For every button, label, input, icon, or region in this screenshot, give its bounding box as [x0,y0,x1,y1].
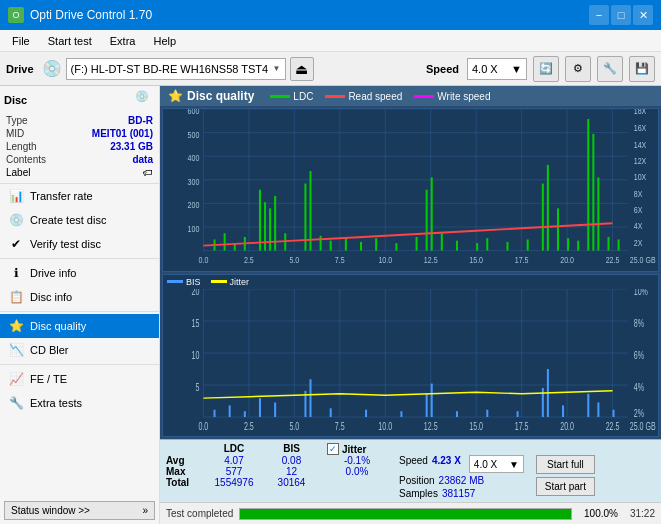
start-full-button[interactable]: Start full [536,455,595,474]
menu-help[interactable]: Help [145,33,184,49]
ldc-header: LDC [204,443,264,455]
disc-contents-value: data [132,154,153,165]
sidebar-item-fe-te[interactable]: 📈FE / TE [0,367,159,391]
svg-rect-62 [567,238,569,250]
speed-stat-label: Speed [399,455,428,473]
speed-stat-dropdown[interactable]: 4.0 X ▼ [469,455,524,473]
svg-text:10X: 10X [634,172,647,182]
bis-label: BIS [186,277,201,287]
svg-rect-50 [416,237,418,251]
nav-verify-test-disc-icon: ✔ [8,236,24,252]
progress-time: 31:22 [630,508,655,519]
tool-button[interactable]: 🔧 [597,56,623,82]
disc-panel: Disc 💿 Type BD-R MID MEIT01 (001) Length… [0,86,159,184]
svg-rect-119 [517,411,519,417]
svg-text:18X: 18X [634,109,647,116]
svg-text:5: 5 [195,381,199,393]
sidebar-item-verify-test-disc[interactable]: ✔Verify test disc [0,232,159,256]
speed-row: Speed 4.23 X 4.0 X ▼ [399,455,524,473]
nav-transfer-rate-icon: 📊 [8,188,24,204]
menu-extra[interactable]: Extra [102,33,144,49]
maximize-button[interactable]: □ [611,5,631,25]
minimize-button[interactable]: − [589,5,609,25]
avg-ldc: 4.07 [204,455,264,466]
sidebar-item-transfer-rate[interactable]: 📊Transfer rate [0,184,159,208]
speed-dropdown[interactable]: 4.0 X ▼ [467,58,527,80]
sidebar-item-extra-tests[interactable]: 🔧Extra tests [0,391,159,415]
svg-text:4X: 4X [634,222,643,232]
disc-label-icon: 🏷 [143,167,153,178]
nav-create-test-disc-icon: 💿 [8,212,24,228]
right-stats: Speed 4.23 X 4.0 X ▼ Position 23862 MB S… [399,455,524,499]
sidebar: Disc 💿 Type BD-R MID MEIT01 (001) Length… [0,86,160,524]
legend-ldc-label: LDC [293,91,313,102]
speed-dropdown-arrow-icon: ▼ [511,63,522,75]
menu-file[interactable]: File [4,33,38,49]
position-row: Position 23862 MB [399,475,524,486]
stats-avg-row: Avg 4.07 0.08 -0.1% [166,455,387,466]
sidebar-item-disc-info[interactable]: 📋Disc info [0,285,159,309]
nav-spacer-cd-bler [0,364,159,365]
start-buttons: Start full Start part [536,455,595,496]
nav-disc-info-label: Disc info [30,291,72,303]
svg-rect-116 [431,383,433,416]
svg-rect-112 [330,408,332,417]
svg-rect-0 [163,109,658,271]
svg-rect-44 [320,236,322,251]
disc-panel-title: Disc [4,94,27,106]
nav-disc-quality-icon: ⭐ [8,318,24,334]
speed-label: Speed [426,63,459,75]
nav-fe-te-icon: 📈 [8,371,24,387]
jitter-checkbox[interactable]: ✓ [327,443,339,455]
svg-rect-66 [597,177,599,250]
sidebar-item-disc-quality[interactable]: ⭐Disc quality [0,314,159,338]
status-window-label: Status window >> [11,505,90,516]
svg-text:2.5: 2.5 [244,420,254,432]
save-button[interactable]: 💾 [629,56,655,82]
svg-text:8%: 8% [634,317,644,329]
jitter-color [211,280,227,283]
svg-text:300: 300 [188,177,200,187]
legend-writespeed-label: Write speed [437,91,490,102]
svg-text:10%: 10% [634,289,648,297]
progress-track [239,508,572,520]
svg-text:200: 200 [188,201,200,211]
eject-button[interactable]: ⏏ [290,57,314,81]
sidebar-item-create-test-disc[interactable]: 💿Create test disc [0,208,159,232]
svg-text:2%: 2% [634,407,644,419]
disc-mid-value: MEIT01 (001) [92,128,153,139]
svg-text:4%: 4% [634,381,644,393]
status-window-button[interactable]: Status window >> » [4,501,155,520]
menu-starttest[interactable]: Start test [40,33,100,49]
disc-mid-label: MID [6,128,24,139]
samples-value: 381157 [442,488,475,499]
svg-text:12.5: 12.5 [424,420,438,432]
svg-rect-59 [542,184,544,251]
drive-dropdown[interactable]: (F:) HL-DT-ST BD-RE WH16NS58 TST4 ▼ [66,58,286,80]
svg-rect-65 [592,134,594,251]
charts-area: 600 500 400 300 200 100 18X 16X 14X 12X … [160,106,661,439]
svg-text:7.5: 7.5 [335,420,345,432]
avg-bis: 0.08 [264,455,319,466]
nav-cd-bler-icon: 📉 [8,342,24,358]
speed-value: 4.0 X [472,63,498,75]
disc-type-row: Type BD-R [4,114,155,127]
svg-text:12.5: 12.5 [424,255,438,265]
svg-rect-118 [486,409,488,416]
svg-rect-109 [274,402,276,417]
svg-text:15.0: 15.0 [469,420,483,432]
stats-content: LDC BIS ✓ Jitter Avg 4.07 0.08 -0.1% [166,443,655,499]
start-part-button[interactable]: Start part [536,477,595,496]
avg-jitter: -0.1% [327,455,387,466]
close-button[interactable]: ✕ [633,5,653,25]
svg-text:10.0: 10.0 [378,420,392,432]
options-button[interactable]: ⚙ [565,56,591,82]
svg-text:6%: 6% [634,349,644,361]
disc-contents-label: Contents [6,154,46,165]
bis-legend-jitter: Jitter [211,277,250,287]
refresh-button[interactable]: 🔄 [533,56,559,82]
svg-text:14X: 14X [634,140,647,150]
sidebar-item-cd-bler[interactable]: 📉CD Bler [0,338,159,362]
chart-legend: LDC Read speed Write speed [270,91,490,102]
sidebar-item-drive-info[interactable]: ℹDrive info [0,261,159,285]
